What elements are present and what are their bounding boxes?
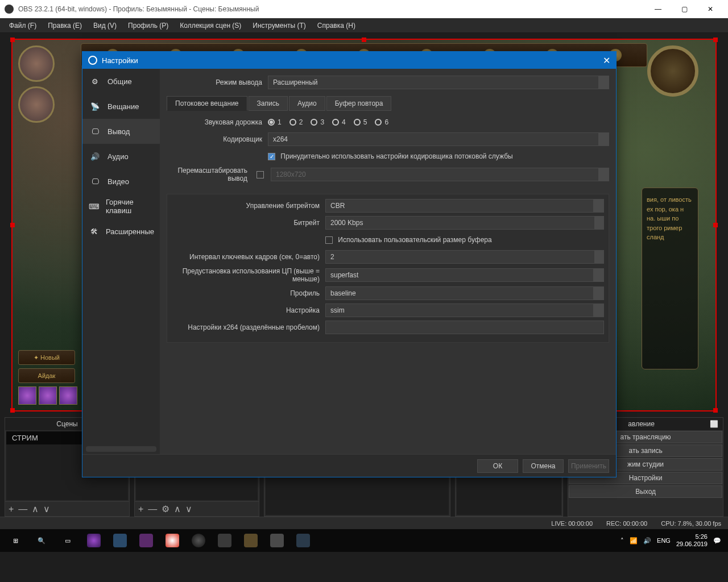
x264opts-input[interactable] <box>325 321 604 334</box>
audio-track-2[interactable]: 2 <box>289 118 303 126</box>
source-remove-button[interactable]: — <box>148 504 157 514</box>
audio-track-3[interactable]: 3 <box>311 118 324 126</box>
menu-bar: Файл (F) Правка (E) Вид (V) Профиль (P) … <box>0 18 728 33</box>
settings-content: Режим вывода Расширенный▲▼ Потоковое вещ… <box>160 69 616 454</box>
scene-add-button[interactable]: + <box>9 504 14 514</box>
tools-icon: 🛠 <box>88 225 100 238</box>
start-button[interactable]: ⊞ <box>2 530 28 551</box>
status-cpu: CPU: 7.8%, 30.00 fps <box>661 520 721 527</box>
output-mode-dropdown[interactable]: Расширенный▲▼ <box>268 76 609 89</box>
search-icon[interactable]: 🔍 <box>28 530 55 551</box>
scene-up-button[interactable]: ∧ <box>32 504 39 514</box>
dialog-title: Настройки <box>102 56 138 65</box>
status-rec: REC: 00:00:00 <box>606 520 647 527</box>
game-name-label: Айдак <box>18 368 75 383</box>
taskbar-obs[interactable] <box>185 530 212 551</box>
encoder-label: Кодировщик <box>167 135 268 143</box>
close-button[interactable]: ✕ <box>697 0 723 18</box>
keyint-spinner[interactable]: 2▲▼ <box>325 250 604 264</box>
sidebar-item-stream[interactable]: 📡 Вещание <box>82 94 160 119</box>
maximize-button[interactable]: ▢ <box>671 0 697 18</box>
taskbar-app-6[interactable] <box>238 530 264 551</box>
status-live: LIVE: 00:00:00 <box>551 520 593 527</box>
profile-dropdown[interactable]: baseline▲▼ <box>325 286 604 300</box>
rescale-checkbox[interactable] <box>257 171 264 178</box>
taskbar-app-4[interactable] <box>159 530 185 551</box>
tab-audio[interactable]: Аудио <box>289 96 325 111</box>
audio-track-1[interactable]: 1 <box>268 118 282 126</box>
taskbar-app-8[interactable] <box>290 530 316 551</box>
encoder-dropdown[interactable]: x264▲▼ <box>268 132 609 146</box>
source-down-button[interactable]: ∨ <box>185 504 192 514</box>
preset-dropdown[interactable]: superfast▲▼ <box>325 268 604 282</box>
rate-control-label: Управление битрейтом <box>172 202 325 210</box>
menu-profile[interactable]: Профиль (P) <box>122 19 174 32</box>
gear-icon: ⚙ <box>88 74 102 88</box>
enforce-checkbox[interactable] <box>268 153 275 160</box>
custom-buffer-label: Использовать пользовательский размер буф… <box>338 236 491 244</box>
tray-notifications-icon[interactable]: 💬 <box>713 537 721 544</box>
bitrate-spinner[interactable]: 2000 Kbps▲▼ <box>325 216 604 230</box>
settings-sidebar: ⚙ Общие 📡 Вещание 🖵 Вывод 🔊 Аудио 🖵 Виде… <box>82 69 160 454</box>
tab-replay-buffer[interactable]: Буфер повтора <box>326 96 392 111</box>
dialog-close-button[interactable]: ✕ <box>603 55 610 66</box>
monitor-icon: 🖵 <box>88 124 102 138</box>
rate-control-dropdown[interactable]: CBR▲▼ <box>325 199 604 213</box>
menu-edit[interactable]: Правка (E) <box>42 19 88 32</box>
apply-button[interactable]: Применить <box>568 459 609 473</box>
taskbar-app-1[interactable] <box>81 530 107 551</box>
tray-language[interactable]: ENG <box>657 537 671 544</box>
sidebar-item-advanced[interactable]: 🛠 Расширенные <box>82 219 160 244</box>
sidebar-item-video[interactable]: 🖵 Видео <box>82 169 160 194</box>
rescale-dropdown[interactable]: 1280x720▼ <box>271 168 609 181</box>
preset-label: Предустановка использования ЦП (выше = м… <box>172 267 325 283</box>
sidebar-item-audio[interactable]: 🔊 Аудио <box>82 144 160 169</box>
source-settings-button[interactable]: ⚙ <box>162 504 169 514</box>
menu-scene-collection[interactable]: Коллекция сцен (S) <box>174 19 247 32</box>
keyboard-icon: ⌨ <box>88 199 100 213</box>
audio-track-label: Звуковая дорожка <box>167 118 268 126</box>
custom-buffer-row[interactable]: Использовать пользовательский размер буф… <box>325 236 604 244</box>
taskbar-app-5[interactable] <box>212 530 238 551</box>
tab-recording[interactable]: Запись <box>249 96 288 111</box>
enforce-checkbox-row[interactable]: Принудительно использовать настройки код… <box>268 152 609 160</box>
source-add-button[interactable]: + <box>138 504 143 514</box>
menu-view[interactable]: Вид (V) <box>88 19 122 32</box>
tray-wifi-icon[interactable]: 📶 <box>630 537 638 544</box>
menu-help[interactable]: Справка (H) <box>312 19 361 32</box>
taskbar-app-7[interactable] <box>264 530 290 551</box>
tray-datetime[interactable]: 5:26 29.06.2019 <box>676 533 708 548</box>
minimize-button[interactable]: — <box>645 0 671 18</box>
scene-remove-button[interactable]: — <box>18 504 27 514</box>
window-titlebar: OBS 23.2.1 (64-bit, windows) - Профиль: … <box>0 0 728 18</box>
menu-file[interactable]: Файл (F) <box>3 19 42 32</box>
exit-button[interactable]: Выход <box>569 485 722 498</box>
game-portraits <box>18 45 55 127</box>
tray-chevron-up-icon[interactable]: ˄ <box>621 537 624 544</box>
audio-track-4[interactable]: 4 <box>332 118 346 126</box>
audio-track-radios: 1 2 3 4 5 6 <box>268 118 609 126</box>
tune-dropdown[interactable]: ssim▲▼ <box>325 304 604 317</box>
game-minimap <box>647 45 698 97</box>
tab-streaming[interactable]: Потоковое вещание <box>167 96 247 111</box>
scene-down-button[interactable]: ∨ <box>43 504 50 514</box>
taskbar-app-2[interactable] <box>107 530 133 551</box>
sidebar-item-general[interactable]: ⚙ Общие <box>82 69 160 94</box>
bitrate-label: Битрейт <box>172 219 325 227</box>
source-up-button[interactable]: ∧ <box>174 504 181 514</box>
task-view-icon[interactable]: ▭ <box>55 530 81 551</box>
game-bottom-panel: ✦ Новый Айдак <box>18 350 81 405</box>
tray-volume-icon[interactable]: 🔊 <box>643 537 651 544</box>
sidebar-item-output[interactable]: 🖵 Вывод <box>82 119 160 144</box>
audio-track-5[interactable]: 5 <box>354 118 367 126</box>
custom-buffer-checkbox[interactable] <box>325 236 333 244</box>
cancel-button[interactable]: Отмена <box>523 459 564 473</box>
menu-tools[interactable]: Инструменты (T) <box>247 19 311 32</box>
display-icon: 🖵 <box>88 174 102 188</box>
sidebar-item-hotkeys[interactable]: ⌨ Горячие клавиш <box>82 194 160 219</box>
ok-button[interactable]: ОК <box>477 459 518 473</box>
audio-track-6[interactable]: 6 <box>375 118 388 126</box>
taskbar-app-3[interactable] <box>133 530 159 551</box>
dialog-titlebar: Настройки ✕ <box>82 52 616 69</box>
sidebar-scrollbar[interactable] <box>86 446 156 452</box>
